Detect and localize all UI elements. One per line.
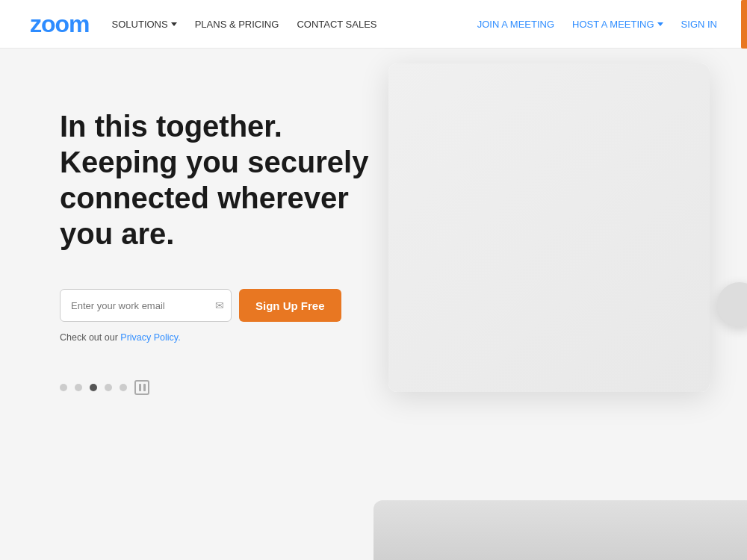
navbar-right-links: JOIN A MEETING HOST A MEETING SIGN IN <box>477 19 717 30</box>
bottom-platform <box>374 500 747 560</box>
pause-bar-left <box>139 384 141 391</box>
video-panel-inner <box>388 63 710 392</box>
nav-solutions[interactable]: SOLUTIONS <box>112 19 177 30</box>
hero-right <box>411 49 747 560</box>
hero-headline: In this together. Keeping you securely c… <box>60 108 381 252</box>
email-input-wrapper: ✉ <box>60 289 232 322</box>
privacy-text: Check out our Privacy Policy. <box>60 332 381 343</box>
carousel-dot-3[interactable] <box>90 384 97 391</box>
logo-text: zoom <box>30 10 90 37</box>
nav-sign-in[interactable]: SIGN IN <box>681 19 717 30</box>
carousel-dots <box>60 380 381 395</box>
email-input[interactable] <box>60 289 232 322</box>
email-icon: ✉ <box>215 299 224 311</box>
signup-button[interactable]: Sign Up Free <box>239 289 341 322</box>
hero-form: ✉ Sign Up Free <box>60 289 381 322</box>
hero-left: In this together. Keeping you securely c… <box>0 49 411 560</box>
carousel-dot-5[interactable] <box>120 384 127 391</box>
nav-join-meeting[interactable]: JOIN A MEETING <box>477 19 554 30</box>
logo[interactable]: zoom <box>30 10 90 38</box>
carousel-dot-1[interactable] <box>60 384 67 391</box>
avatar <box>717 282 747 327</box>
chevron-down-icon <box>657 22 663 26</box>
orange-accent-bar <box>741 0 747 49</box>
pause-bar-right <box>143 384 146 391</box>
carousel-dot-2[interactable] <box>75 384 82 391</box>
hero-section: In this together. Keeping you securely c… <box>0 49 747 560</box>
nav-host-meeting[interactable]: HOST A MEETING <box>572 19 663 30</box>
navbar: zoom SOLUTIONS PLANS & PRICING CONTACT S… <box>0 0 747 49</box>
carousel-dot-4[interactable] <box>105 384 112 391</box>
navbar-left-links: SOLUTIONS PLANS & PRICING CONTACT SALES <box>112 19 477 30</box>
chevron-down-icon <box>171 22 177 26</box>
privacy-policy-link[interactable]: Privacy Policy. <box>120 332 180 343</box>
pause-button[interactable] <box>134 380 149 395</box>
nav-contact-sales[interactable]: CONTACT SALES <box>297 19 376 30</box>
nav-plans-pricing[interactable]: PLANS & PRICING <box>195 19 279 30</box>
video-panel <box>388 63 710 392</box>
